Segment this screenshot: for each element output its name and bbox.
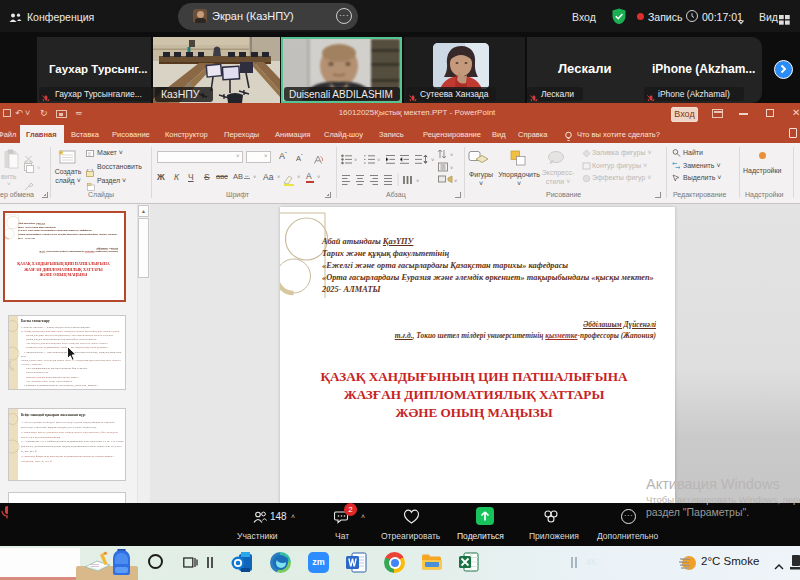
svg-text:˅: ˅ [454,178,457,184]
svg-text:˅: ˅ [431,157,434,163]
svg-text:˅: ˅ [450,165,453,171]
svg-text:˅: ˅ [416,178,419,184]
svg-text:˅: ˅ [377,157,380,163]
svg-text:˅: ˅ [354,157,357,163]
svg-text:˅: ˅ [450,152,453,158]
